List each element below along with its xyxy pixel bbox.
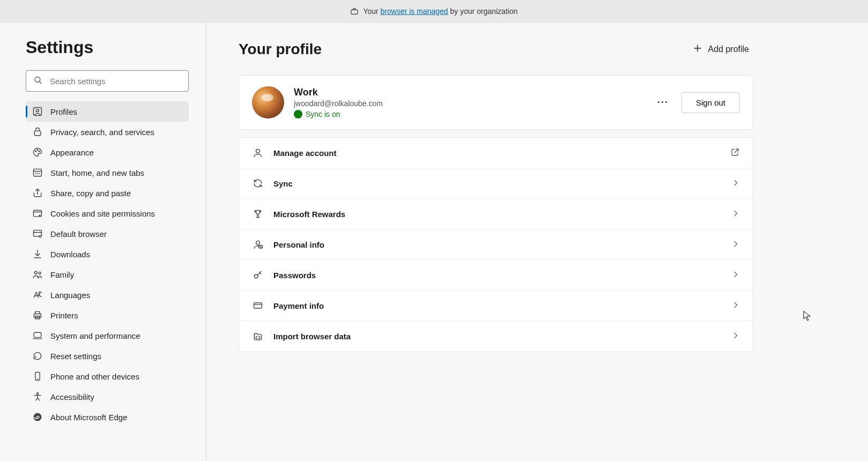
menu-sync[interactable]: Sync [239,168,753,199]
svg-rect-20 [34,332,41,337]
sidebar-item-phone[interactable]: Phone and other devices [26,366,189,386]
svg-point-15 [39,235,42,238]
sidebar-item-label: About Microsoft Edge [50,413,127,422]
plus-icon [692,43,703,56]
sidebar-item-label: Default browser [50,229,107,239]
add-profile-label: Add profile [708,44,750,54]
printer-icon [32,310,43,321]
avatar [252,86,284,118]
page-title: Your profile [239,41,322,58]
sidebar-item-reset[interactable]: Reset settings [26,346,189,366]
managed-banner: Your browser is managed by your organiza… [0,0,868,23]
menu-manage-account[interactable]: Manage account [239,138,753,168]
svg-point-13 [39,215,41,217]
external-link-icon [730,147,740,159]
more-button[interactable]: ··· [654,95,672,110]
sidebar-item-label: Profiles [50,107,77,116]
menu-label: Passwords [273,271,722,280]
menu-label: Microsoft Rewards [273,210,722,219]
svg-point-24 [256,149,260,153]
sidebar-item-family[interactable]: Family [26,264,189,285]
chevron-right-icon [731,331,740,341]
profile-name: Work [294,87,644,98]
laptop-icon [32,330,43,341]
menu-label: Personal info [273,240,722,249]
sidebar-item-profiles[interactable]: Profiles [26,101,189,122]
chevron-right-icon [731,270,740,280]
sidebar-item-label: Cookies and site permissions [50,209,155,218]
lock-icon [32,127,43,137]
svg-point-22 [36,393,38,395]
trophy-icon [252,208,264,220]
check-icon [294,110,302,118]
sync-icon [252,177,264,189]
sidebar-item-appearance[interactable]: Appearance [26,142,189,162]
accessibility-icon [32,391,43,402]
svg-point-10 [35,173,36,174]
sidebar-title: Settings [26,38,189,57]
reset-icon [32,351,43,361]
main-content: Your profile Add profile Work jwoodard@r… [206,23,868,461]
chevron-right-icon [731,301,740,311]
card-icon [252,300,264,311]
sidebar-item-start[interactable]: Start, home, and new tabs [26,162,189,183]
sidebar-item-accessibility[interactable]: Accessibility [26,386,189,407]
sync-status: Sync is on [294,110,644,118]
managed-link[interactable]: browser is managed [381,7,448,16]
svg-point-25 [256,241,260,244]
sign-out-button[interactable]: Sign out [681,92,740,113]
svg-point-11 [39,173,40,174]
import-icon [252,331,264,343]
edge-icon [32,412,43,422]
sidebar-item-system[interactable]: System and performance [26,325,189,346]
sidebar-item-privacy[interactable]: Privacy, search, and services [26,122,189,142]
sidebar-item-printers[interactable]: Printers [26,305,189,325]
chevron-right-icon [731,179,740,189]
sidebar-item-label: Privacy, search, and services [50,128,154,137]
search-input[interactable] [26,70,189,92]
menu-import-data[interactable]: Import browser data [239,321,753,352]
sidebar-nav: Profiles Privacy, search, and services A… [26,101,189,427]
add-profile-button[interactable]: Add profile [688,40,754,59]
svg-rect-28 [254,303,262,308]
palette-icon [32,147,43,158]
svg-rect-0 [351,10,358,14]
banner-suffix: by your organization [448,7,518,16]
language-icon [32,289,43,300]
sidebar-item-share[interactable]: Share, copy and paste [26,183,189,203]
sidebar-item-label: Start, home, and new tabs [50,168,144,177]
sidebar-item-label: Phone and other devices [50,372,139,381]
menu-payment-info[interactable]: Payment info [239,291,753,321]
svg-rect-4 [34,131,41,135]
menu-personal-info[interactable]: Personal info [239,229,753,260]
phone-icon [32,371,43,382]
sidebar-item-label: Printers [50,311,78,320]
contact-icon [252,239,264,250]
sidebar-item-downloads[interactable]: Downloads [26,244,189,264]
person-icon [252,147,264,159]
search-wrap [26,70,189,92]
profile-card: Work jwoodard@rolkaloube.com Sync is on … [239,75,753,130]
sidebar-item-cookies[interactable]: Cookies and site permissions [26,203,189,224]
menu-passwords[interactable]: Passwords [239,260,753,291]
sidebar-item-about[interactable]: About Microsoft Edge [26,407,189,427]
browser-icon [32,228,43,239]
svg-point-16 [34,271,37,274]
menu-rewards[interactable]: Microsoft Rewards [239,199,753,229]
menu-label: Manage account [273,148,721,158]
sidebar-item-label: Share, copy and paste [50,189,131,198]
profile-email: jwoodard@rolkaloube.com [294,99,644,108]
cookie-icon [32,208,43,219]
svg-point-5 [35,151,36,152]
menu-label: Sync [273,179,722,188]
svg-point-6 [37,150,38,151]
sidebar-item-default-browser[interactable]: Default browser [26,224,189,244]
chevron-right-icon [731,240,740,250]
profile-icon [32,106,43,117]
sidebar-item-label: Languages [50,291,90,300]
sidebar-item-label: Family [50,270,74,279]
svg-rect-8 [34,169,42,176]
sidebar-item-label: Accessibility [50,392,94,401]
sidebar-item-languages[interactable]: Languages [26,285,189,305]
settings-sidebar: Settings Profiles Privacy, search, and s… [0,23,206,461]
